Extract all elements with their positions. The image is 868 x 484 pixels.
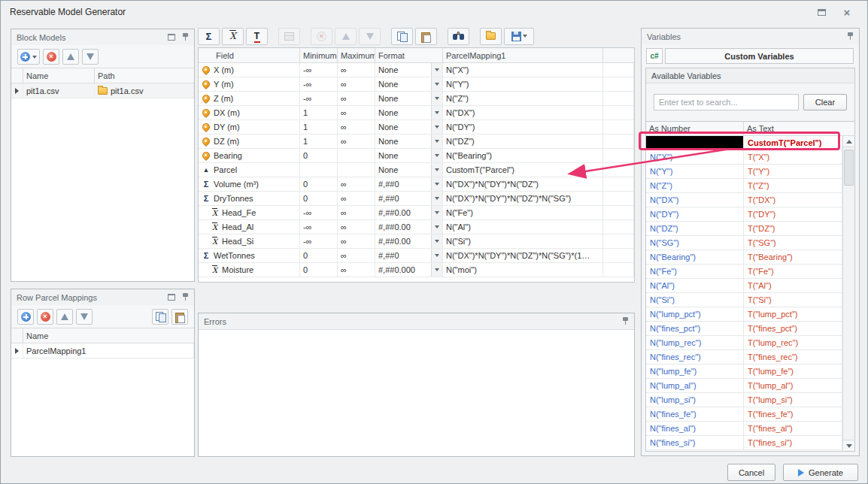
variable-row[interactable]: N("DZ")T("DZ") — [646, 222, 842, 236]
parcel-mapping-cell[interactable]: N("moi") — [443, 263, 603, 277]
variable-as-text[interactable]: T("Z") — [744, 179, 842, 192]
field-row[interactable]: ΣDryTonnes0∞#,##0N("DX")*N("DY")*N("DZ")… — [199, 192, 634, 206]
format-combo[interactable]: #,##0.00 — [375, 234, 443, 248]
variable-as-text-highlighted[interactable]: CustomT("Parcel") — [744, 136, 842, 150]
variable-as-number[interactable]: N("lump_pct") — [646, 307, 744, 321]
field-cell[interactable]: Bearing — [199, 149, 300, 162]
variable-as-text[interactable]: T("fines_si") — [744, 436, 842, 449]
format-combo[interactable]: #,##0.000 — [375, 263, 443, 277]
parcel-mapping-cell[interactable]: N("Bearing") — [443, 149, 603, 162]
field-cell[interactable]: ΣDryTonnes — [199, 192, 300, 205]
minimum-cell[interactable] — [300, 163, 338, 177]
chevron-down-icon[interactable] — [431, 234, 442, 248]
maximum-cell[interactable]: ∞ — [338, 63, 375, 77]
mean-field-button[interactable]: X — [222, 28, 244, 45]
variable-as-number[interactable]: N("fines_fe") — [646, 407, 744, 421]
variable-row[interactable]: N("fines_rec")T("fines_rec") — [646, 350, 842, 365]
maximum-cell[interactable]: ∞ — [338, 263, 375, 277]
copy-field-button[interactable] — [391, 28, 413, 45]
sum-field-button[interactable]: Σ — [198, 28, 220, 45]
minimum-cell[interactable]: 0 — [300, 192, 338, 205]
field-row[interactable]: DX (m)1∞NoneN("DX") — [199, 106, 634, 120]
column-header-as-number[interactable]: As Number — [646, 122, 744, 135]
field-row[interactable]: DY (m)1∞NoneN("DY") — [199, 120, 634, 135]
cancel-button[interactable]: Cancel — [727, 464, 775, 481]
copy-mapping-button[interactable] — [152, 309, 168, 325]
variable-row[interactable]: N("X")T("X") — [646, 150, 842, 165]
field-cell[interactable]: XHead_Si — [199, 234, 300, 248]
variable-as-number[interactable]: N("fines_pct") — [646, 322, 744, 335]
chevron-down-icon[interactable] — [431, 177, 442, 191]
field-cell[interactable]: XHead_Fe — [199, 206, 300, 219]
field-cell[interactable]: ▲Parcel — [199, 163, 300, 177]
variable-as-text[interactable]: T("lump_pct") — [744, 307, 842, 321]
chevron-down-icon[interactable] — [431, 249, 442, 262]
variable-row[interactable]: N("Y")T("Y") — [646, 165, 842, 179]
variable-as-number[interactable]: N("Y") — [646, 165, 744, 178]
column-header-path[interactable]: Path — [95, 68, 194, 83]
format-combo[interactable]: None — [375, 63, 443, 77]
field-row[interactable]: ▲ParcelNoneCustomT("Parcel") — [199, 163, 634, 177]
field-row[interactable]: ΣWetTonnes0∞#,##0N("DX")*N("DY")*N("DZ")… — [199, 249, 634, 263]
block-model-path-cell[interactable]: pit1a.csv — [95, 83, 194, 98]
variable-row[interactable]: N("fines_al")T("fines_al") — [646, 422, 842, 436]
parcel-mapping-cell[interactable]: N("Al") — [443, 220, 603, 234]
move-mapping-up-button[interactable] — [56, 309, 73, 325]
variable-row[interactable]: N("lump_si")T("lump_si") — [646, 393, 842, 407]
variable-row-highlighted[interactable]: CustomT("Parcel") — [646, 136, 842, 150]
variable-as-text[interactable]: T("DX") — [744, 193, 842, 207]
variable-row[interactable]: N("Si")T("Si") — [646, 293, 842, 307]
maximum-cell[interactable]: ∞ — [338, 177, 375, 191]
variable-row[interactable]: N("SG")T("SG") — [646, 236, 842, 250]
minimum-cell[interactable]: 0 — [300, 249, 338, 262]
find-variable-button[interactable]: A — [448, 28, 469, 45]
field-row[interactable]: ΣVolume (m³)0∞#,##0N("DX")*N("DY")*N("DZ… — [199, 177, 634, 192]
format-combo[interactable]: #,##0.00 — [375, 206, 443, 219]
pin-icon[interactable] — [622, 317, 629, 325]
parcel-mapping-cell[interactable]: N("DY") — [443, 120, 603, 134]
column-header-maximum[interactable]: Maximum — [338, 48, 375, 62]
variable-as-number[interactable]: N("fines_rec") — [646, 350, 744, 364]
variable-as-number[interactable]: N("Bearing") — [646, 250, 744, 264]
chevron-down-icon[interactable] — [431, 163, 442, 177]
variable-row[interactable]: N("lump_rec")T("lump_rec") — [646, 336, 842, 350]
field-cell[interactable]: ΣVolume (m³) — [199, 177, 300, 191]
chevron-down-icon[interactable] — [431, 77, 442, 91]
field-cell[interactable]: DY (m) — [199, 120, 300, 134]
format-combo[interactable]: None — [375, 135, 443, 148]
parcel-mapping-cell[interactable]: N("X") — [443, 63, 603, 77]
maximum-cell[interactable]: ∞ — [338, 106, 375, 119]
field-row[interactable]: XMoisture0∞#,##0.000N("moi") — [199, 263, 634, 277]
parcel-mapping-cell[interactable]: N("Fe") — [443, 206, 603, 219]
minimum-cell[interactable]: -∞ — [300, 234, 338, 248]
minimum-cell[interactable]: -∞ — [300, 220, 338, 234]
parcel-mapping-cell[interactable]: N("DX")*N("DY")*N("DZ") — [443, 177, 603, 191]
chevron-down-icon[interactable] — [431, 92, 442, 105]
variable-as-text[interactable]: T("fines_fe") — [744, 407, 842, 421]
chevron-down-icon[interactable] — [431, 192, 442, 205]
field-cell[interactable]: DZ (m) — [199, 135, 300, 148]
variable-row[interactable]: N("Al")T("Al") — [646, 279, 842, 293]
variable-as-text[interactable]: T("Al") — [744, 279, 842, 292]
variable-as-text[interactable]: T("lump_al") — [744, 379, 842, 392]
variable-as-number[interactable]: N("DZ") — [646, 222, 744, 235]
csharp-button[interactable]: c# — [646, 48, 663, 64]
pin-icon[interactable] — [182, 293, 189, 301]
block-model-name-cell[interactable]: pit1a.csv — [23, 83, 95, 98]
variables-scrollbar[interactable] — [842, 136, 854, 451]
chevron-down-icon[interactable] — [431, 206, 442, 219]
field-row[interactable]: X (m)-∞∞NoneN("X") — [199, 63, 634, 77]
pin-icon[interactable] — [182, 33, 189, 41]
remove-mapping-button[interactable]: × — [37, 309, 53, 325]
field-cell[interactable]: XHead_Al — [199, 220, 300, 234]
variable-as-text[interactable]: T("lump_rec") — [744, 336, 842, 349]
move-block-model-down-button[interactable] — [82, 49, 99, 65]
close-window-button[interactable]: × — [840, 5, 854, 19]
format-combo[interactable]: None — [375, 77, 443, 91]
minimum-cell[interactable]: -∞ — [300, 77, 338, 91]
variable-row[interactable]: N("Z")T("Z") — [646, 179, 842, 193]
parcel-mapping-cell[interactable]: CustomT("Parcel") — [443, 163, 603, 177]
format-combo[interactable]: #,##0 — [375, 192, 443, 205]
format-combo[interactable]: None — [375, 163, 443, 177]
column-header-name[interactable]: Name — [23, 328, 194, 343]
